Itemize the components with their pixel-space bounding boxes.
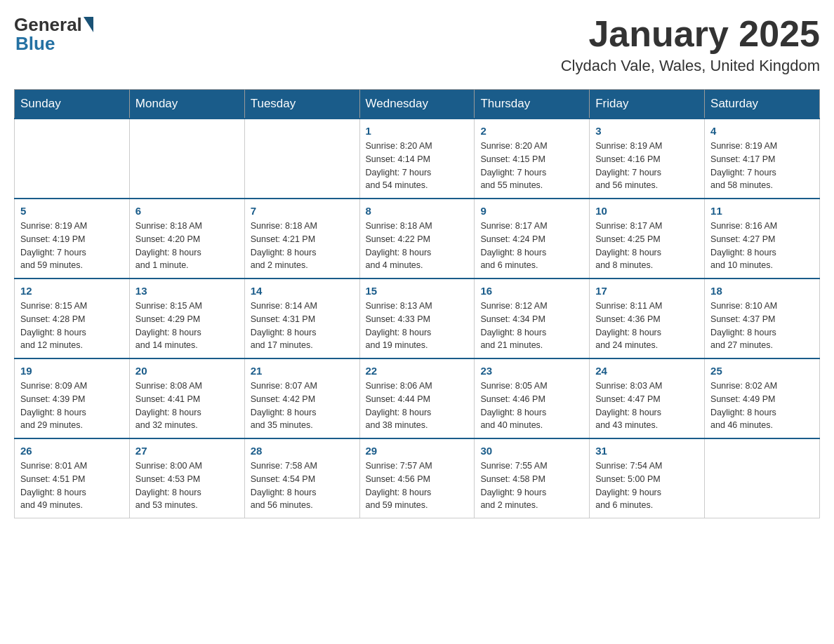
calendar-day-cell	[244, 119, 359, 199]
calendar-day-cell: 7Sunrise: 8:18 AM Sunset: 4:21 PM Daylig…	[244, 199, 359, 279]
calendar-day-cell: 25Sunrise: 8:02 AM Sunset: 4:49 PM Dayli…	[705, 358, 820, 438]
weekday-header-cell: Thursday	[475, 90, 590, 119]
day-info: Sunrise: 8:19 AM Sunset: 4:19 PM Dayligh…	[20, 220, 124, 272]
day-info: Sunrise: 8:06 AM Sunset: 4:44 PM Dayligh…	[366, 380, 469, 432]
day-number: 18	[710, 285, 814, 297]
day-number: 22	[366, 365, 469, 377]
day-number: 21	[251, 365, 354, 377]
month-title: January 2025	[561, 14, 820, 54]
day-number: 10	[595, 205, 699, 217]
calendar-week-row: 19Sunrise: 8:09 AM Sunset: 4:39 PM Dayli…	[15, 358, 820, 438]
calendar-day-cell	[15, 119, 130, 199]
calendar-day-cell: 6Sunrise: 8:18 AM Sunset: 4:20 PM Daylig…	[129, 199, 244, 279]
day-number: 11	[710, 205, 814, 217]
day-info: Sunrise: 8:15 AM Sunset: 4:28 PM Dayligh…	[20, 300, 124, 352]
logo-triangle-icon	[84, 17, 93, 32]
day-number: 27	[135, 445, 239, 457]
calendar-day-cell: 19Sunrise: 8:09 AM Sunset: 4:39 PM Dayli…	[15, 358, 130, 438]
day-info: Sunrise: 8:17 AM Sunset: 4:24 PM Dayligh…	[480, 220, 583, 272]
day-info: Sunrise: 7:55 AM Sunset: 4:58 PM Dayligh…	[480, 459, 583, 512]
weekday-header-cell: Monday	[129, 90, 244, 119]
day-number: 28	[251, 445, 354, 457]
day-info: Sunrise: 7:58 AM Sunset: 4:54 PM Dayligh…	[251, 459, 354, 512]
day-number: 31	[595, 445, 699, 457]
day-number: 25	[710, 365, 814, 377]
calendar-day-cell: 17Sunrise: 8:11 AM Sunset: 4:36 PM Dayli…	[590, 279, 705, 358]
calendar-day-cell: 8Sunrise: 8:18 AM Sunset: 4:22 PM Daylig…	[359, 199, 475, 279]
day-number: 30	[480, 445, 583, 457]
calendar-day-cell	[129, 119, 244, 199]
calendar-day-cell: 20Sunrise: 8:08 AM Sunset: 4:41 PM Dayli…	[129, 358, 244, 438]
weekday-header-cell: Friday	[590, 90, 705, 119]
day-info: Sunrise: 8:18 AM Sunset: 4:22 PM Dayligh…	[366, 220, 469, 272]
weekday-header-cell: Sunday	[15, 90, 130, 119]
calendar-week-row: 26Sunrise: 8:01 AM Sunset: 4:51 PM Dayli…	[15, 438, 820, 518]
calendar-day-cell: 3Sunrise: 8:19 AM Sunset: 4:16 PM Daylig…	[590, 119, 705, 199]
calendar-week-row: 5Sunrise: 8:19 AM Sunset: 4:19 PM Daylig…	[15, 199, 820, 279]
day-info: Sunrise: 8:20 AM Sunset: 4:15 PM Dayligh…	[480, 140, 583, 192]
day-number: 24	[595, 365, 699, 377]
calendar-day-cell: 13Sunrise: 8:15 AM Sunset: 4:29 PM Dayli…	[129, 279, 244, 358]
day-info: Sunrise: 8:05 AM Sunset: 4:46 PM Dayligh…	[480, 380, 583, 432]
day-info: Sunrise: 7:57 AM Sunset: 4:56 PM Dayligh…	[366, 459, 469, 512]
calendar-day-cell: 29Sunrise: 7:57 AM Sunset: 4:56 PM Dayli…	[359, 438, 475, 518]
day-number: 9	[480, 205, 583, 217]
day-info: Sunrise: 8:19 AM Sunset: 4:16 PM Dayligh…	[595, 140, 699, 192]
day-info: Sunrise: 8:07 AM Sunset: 4:42 PM Dayligh…	[251, 380, 354, 432]
day-info: Sunrise: 8:13 AM Sunset: 4:33 PM Dayligh…	[366, 300, 469, 352]
weekday-header-cell: Saturday	[705, 90, 820, 119]
calendar-day-cell: 4Sunrise: 8:19 AM Sunset: 4:17 PM Daylig…	[705, 119, 820, 199]
day-number: 29	[366, 445, 469, 457]
calendar-day-cell: 2Sunrise: 8:20 AM Sunset: 4:15 PM Daylig…	[475, 119, 590, 199]
calendar-day-cell: 16Sunrise: 8:12 AM Sunset: 4:34 PM Dayli…	[475, 279, 590, 358]
calendar-week-row: 1Sunrise: 8:20 AM Sunset: 4:14 PM Daylig…	[15, 119, 820, 199]
calendar-day-cell: 28Sunrise: 7:58 AM Sunset: 4:54 PM Dayli…	[244, 438, 359, 518]
calendar-day-cell: 27Sunrise: 8:00 AM Sunset: 4:53 PM Dayli…	[129, 438, 244, 518]
calendar-day-cell: 24Sunrise: 8:03 AM Sunset: 4:47 PM Dayli…	[590, 358, 705, 438]
day-info: Sunrise: 8:17 AM Sunset: 4:25 PM Dayligh…	[595, 220, 699, 272]
weekday-header-cell: Wednesday	[359, 90, 475, 119]
calendar-day-cell: 10Sunrise: 8:17 AM Sunset: 4:25 PM Dayli…	[590, 199, 705, 279]
calendar-day-cell: 15Sunrise: 8:13 AM Sunset: 4:33 PM Dayli…	[359, 279, 475, 358]
day-number: 16	[480, 285, 583, 297]
day-info: Sunrise: 8:01 AM Sunset: 4:51 PM Dayligh…	[20, 459, 124, 512]
calendar-day-cell: 1Sunrise: 8:20 AM Sunset: 4:14 PM Daylig…	[359, 119, 475, 199]
day-info: Sunrise: 8:19 AM Sunset: 4:17 PM Dayligh…	[710, 140, 814, 192]
calendar-day-cell: 5Sunrise: 8:19 AM Sunset: 4:19 PM Daylig…	[15, 199, 130, 279]
day-info: Sunrise: 8:10 AM Sunset: 4:37 PM Dayligh…	[710, 300, 814, 352]
day-number: 3	[595, 125, 699, 137]
day-info: Sunrise: 8:18 AM Sunset: 4:20 PM Dayligh…	[135, 220, 239, 272]
logo-blue-text: Blue	[15, 33, 55, 55]
day-number: 17	[595, 285, 699, 297]
title-section: January 2025 Clydach Vale, Wales, United…	[561, 14, 820, 75]
day-info: Sunrise: 8:14 AM Sunset: 4:31 PM Dayligh…	[251, 300, 354, 352]
calendar-day-cell	[705, 438, 820, 518]
calendar-day-cell: 9Sunrise: 8:17 AM Sunset: 4:24 PM Daylig…	[475, 199, 590, 279]
day-number: 23	[480, 365, 583, 377]
day-info: Sunrise: 7:54 AM Sunset: 5:00 PM Dayligh…	[595, 459, 699, 512]
day-info: Sunrise: 8:00 AM Sunset: 4:53 PM Dayligh…	[135, 459, 239, 512]
calendar-day-cell: 12Sunrise: 8:15 AM Sunset: 4:28 PM Dayli…	[15, 279, 130, 358]
day-info: Sunrise: 8:11 AM Sunset: 4:36 PM Dayligh…	[595, 300, 699, 352]
logo: General Blue	[14, 14, 93, 55]
day-number: 4	[710, 125, 814, 137]
calendar-day-cell: 21Sunrise: 8:07 AM Sunset: 4:42 PM Dayli…	[244, 358, 359, 438]
day-number: 1	[366, 125, 469, 137]
day-info: Sunrise: 8:08 AM Sunset: 4:41 PM Dayligh…	[135, 380, 239, 432]
calendar-day-cell: 31Sunrise: 7:54 AM Sunset: 5:00 PM Dayli…	[590, 438, 705, 518]
page-header: General Blue January 2025 Clydach Vale, …	[14, 14, 820, 75]
day-number: 15	[366, 285, 469, 297]
calendar-day-cell: 26Sunrise: 8:01 AM Sunset: 4:51 PM Dayli…	[15, 438, 130, 518]
day-number: 8	[366, 205, 469, 217]
day-number: 13	[135, 285, 239, 297]
calendar-day-cell: 18Sunrise: 8:10 AM Sunset: 4:37 PM Dayli…	[705, 279, 820, 358]
calendar-day-cell: 30Sunrise: 7:55 AM Sunset: 4:58 PM Dayli…	[475, 438, 590, 518]
day-number: 6	[135, 205, 239, 217]
day-info: Sunrise: 8:09 AM Sunset: 4:39 PM Dayligh…	[20, 380, 124, 432]
day-number: 20	[135, 365, 239, 377]
calendar-body: 1Sunrise: 8:20 AM Sunset: 4:14 PM Daylig…	[15, 119, 820, 518]
day-number: 7	[251, 205, 354, 217]
day-info: Sunrise: 8:16 AM Sunset: 4:27 PM Dayligh…	[710, 220, 814, 272]
day-number: 2	[480, 125, 583, 137]
calendar-day-cell: 11Sunrise: 8:16 AM Sunset: 4:27 PM Dayli…	[705, 199, 820, 279]
